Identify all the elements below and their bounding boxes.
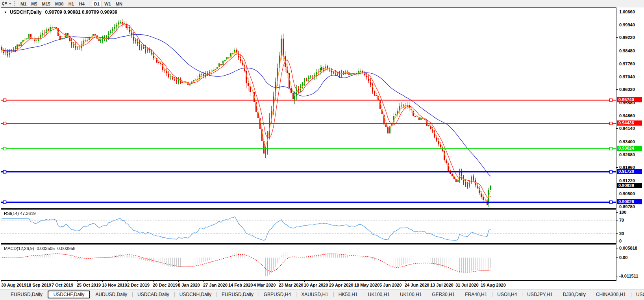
price-axis[interactable]: 1.006600.999400.992200.984800.977600.970…: [616, 0, 644, 300]
tab-usdcnh-daily[interactable]: USDCNH,Daily: [174, 291, 217, 298]
chart-ohlc-values: 0.90709 0.90981 0.90709 0.90939: [45, 9, 118, 15]
price-axis-label: 0.99940: [616, 22, 635, 28]
date-axis-label: 5 Jun 2020: [379, 283, 402, 287]
tab-uk100-h1[interactable]: UK100,H1: [363, 291, 395, 298]
rsi-chart-canvas[interactable]: [1, 210, 616, 243]
tab-xauusd-h1[interactable]: XAUUSD,H1: [296, 291, 333, 298]
date-axis-label: 27 Jan 2020: [203, 283, 228, 287]
axis-tick-mark: [616, 128, 618, 129]
candlestick-chart-icon: [2, 1, 8, 6]
price-axis-label: 0.92680: [616, 152, 635, 157]
timeframe-button-w1[interactable]: W1: [102, 1, 113, 7]
date-axis-label: 13 Nov 2019: [102, 283, 127, 287]
date-tick-mark: [77, 281, 78, 282]
date-tick-mark: [279, 281, 279, 282]
axis-tick-mark: [616, 51, 618, 51]
tab-eurusd-daily[interactable]: EURUSD,Daily: [217, 291, 259, 298]
price-axis-label: 0.89780: [616, 204, 635, 209]
date-tick-mark: [431, 281, 431, 282]
chart-symbol-timeframe: USDCHF,Daily: [10, 9, 42, 15]
axis-tick-mark: [616, 181, 618, 181]
main-chart-pane: ▼ USDCHF,Daily 0.90709 0.90981 0.90709 0…: [1, 7, 616, 209]
date-axis-label: 29 Apr 2020: [329, 283, 353, 287]
tab-usdcad-daily[interactable]: USDCAD,Daily: [132, 291, 174, 298]
tab-audusd-daily[interactable]: AUDUSD,Daily: [90, 291, 132, 298]
timeframe-button-m5[interactable]: M5: [29, 1, 39, 7]
date-axis-label: 30 Aug 2019: [1, 283, 26, 287]
price-axis-label: 0.99220: [616, 35, 635, 40]
date-axis-label: 10 Apr 2020: [304, 283, 328, 287]
macd-indicator-pane: MACD(12,26,9) -0.003505 -0.003958: [1, 244, 616, 281]
current-price-label: 0.90939: [617, 183, 642, 188]
timeframe-button-m15[interactable]: M15: [40, 1, 52, 7]
date-tick-mark: [27, 281, 27, 282]
macd-chart-canvas[interactable]: [1, 245, 616, 280]
toolbar-separator: [127, 1, 127, 6]
axis-tick-mark: [616, 167, 618, 168]
candlestick-chart-canvas[interactable]: [1, 8, 616, 208]
axis-tick-mark: [616, 116, 618, 116]
timeframe-button-d1[interactable]: D1: [92, 1, 102, 7]
rsi-axis-label: 30: [616, 231, 624, 236]
axis-tick-mark: [616, 212, 618, 213]
date-tick-mark: [304, 281, 305, 282]
tab-fra40-h1[interactable]: FRA40,H1: [460, 291, 492, 298]
price-line-label: 0.94436: [617, 120, 642, 126]
date-tick-mark: [355, 281, 355, 282]
date-axis-label: 14 Feb 2020: [228, 283, 253, 287]
date-tick-mark: [153, 281, 154, 282]
date-tick-mark: [481, 281, 481, 282]
date-tick-mark: [52, 281, 52, 282]
toolbar-separator: [89, 1, 89, 6]
tab-dj30-daily[interactable]: DJ30,Daily: [558, 291, 591, 298]
rsi-indicator-pane: RSI(14) 47.3619: [1, 209, 616, 244]
date-axis-label: 13 Jul 2020: [430, 283, 453, 287]
chart-type-button[interactable]: ▼: [1, 1, 12, 7]
axis-tick-mark: [616, 89, 618, 90]
date-axis-label: 7 Oct 2019: [52, 283, 73, 287]
axis-tick-mark: [616, 142, 618, 142]
date-tick-mark: [456, 281, 456, 282]
price-line-label: 0.90026: [617, 199, 642, 204]
rsi-axis-label: 70: [616, 218, 624, 223]
tab-usoil-h1[interactable]: USOil,H1: [631, 291, 644, 298]
axis-tick-mark: [616, 12, 618, 12]
axis-tick-mark: [616, 77, 618, 77]
tab-eurusd-daily[interactable]: EURUSD,Daily: [6, 291, 48, 298]
timeframe-button-m1[interactable]: M1: [19, 1, 28, 7]
date-axis[interactable]: 30 Aug 201918 Sep 20197 Oct 201925 Oct 2…: [1, 281, 616, 289]
toolbar-grip[interactable]: [14, 1, 15, 6]
axis-tick-mark: [616, 241, 618, 241]
timeframe-button-h1[interactable]: H1: [66, 1, 76, 7]
price-axis-label: 0.97040: [616, 74, 635, 80]
collapse-arrow-icon[interactable]: ▼: [4, 11, 7, 14]
axis-tick-mark: [616, 37, 618, 38]
macd-axis-label: -0.011511: [616, 274, 638, 279]
date-tick-mark: [405, 281, 405, 282]
price-axis-label: 0.94860: [616, 113, 635, 119]
tab-hk50-h1[interactable]: HK50,H1: [333, 291, 363, 298]
axis-tick-mark: [616, 155, 618, 155]
date-axis-label: 31 Jul 2020: [455, 283, 479, 287]
rsi-axis-label: 100: [616, 210, 626, 215]
price-axis-label: 0.96320: [616, 87, 635, 92]
price-line-label: 0.95740: [617, 97, 642, 102]
price-line-label: 0.91720: [617, 169, 642, 174]
timeframe-button-m30[interactable]: M30: [53, 1, 65, 7]
macd-indicator-label: MACD(12,26,9) -0.003505 -0.003958: [4, 246, 76, 251]
tab-ger30-h1[interactable]: GER30,H1: [427, 291, 460, 298]
tab-usoil-h4[interactable]: USOil,H4: [492, 291, 522, 298]
tab-china300-h1[interactable]: CHINA300,H1: [591, 291, 631, 298]
date-tick-mark: [102, 281, 103, 282]
date-axis-label: 2 Dec 2019: [127, 283, 150, 287]
timeframe-button-mn[interactable]: MN: [114, 1, 124, 7]
timeframe-button-h4[interactable]: H4: [77, 1, 87, 7]
tab-usdjpy-h1[interactable]: USDJPY,H1: [522, 291, 557, 298]
chart-tabs-bar: EURUSD,DailyUSDCHF,DailyAUDUSD,DailyUSDC…: [0, 289, 644, 300]
tab-usdchf-daily[interactable]: USDCHF,Daily: [48, 291, 91, 298]
timeframe-toolbar: ▼ M1M5M15M30H1H4D1W1MN: [0, 0, 644, 7]
tab-gbpusd-h4[interactable]: GBPUSD,H4: [259, 291, 296, 298]
tab-uk100-h1[interactable]: UK100,H1: [395, 291, 427, 298]
price-line-label: 0.93024: [617, 146, 642, 151]
timeframe-buttons: M1M5M15M30H1H4D1W1MN: [18, 1, 129, 7]
